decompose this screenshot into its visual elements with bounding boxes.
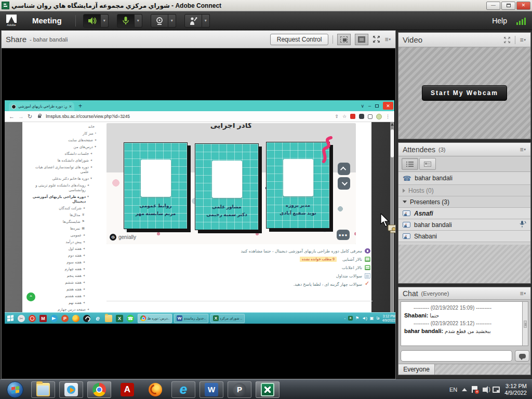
extension-box-icon[interactable] (368, 114, 373, 119)
taskbar-app-button[interactable] (31, 381, 55, 398)
presenter-row[interactable]: bahar bandali (398, 219, 530, 231)
help-menu[interactable]: Help (492, 17, 516, 25)
sidebar-link[interactable]: ▾ دوره طراحی بازیهای آموزشی دیجیتال (6, 193, 99, 205)
share-page-icon[interactable]: ⇧ (335, 114, 339, 119)
presenter-row[interactable]: Asnafi (398, 208, 530, 219)
start-webcam-button[interactable]: Start My Webcam (422, 85, 507, 101)
sidebar-link[interactable]: ◂ صفحه‌های سایت (6, 137, 99, 143)
shared-task-button[interactable]: ..درس: دوره طرا (138, 314, 172, 323)
address-bar[interactable]: lmsplus.sbu.ac.ir/course/view.php?id=324… (46, 114, 331, 119)
scrollbar-up-icon[interactable] (391, 123, 394, 126)
language-indicator[interactable]: EN (449, 387, 457, 393)
sidebar-link[interactable]: ◂ پیش درآمد (6, 238, 99, 245)
activity-row[interactable]: تالار آشنایی 9 مطلب خوانده نشده (107, 255, 373, 263)
genially-next-button[interactable] (338, 177, 350, 190)
shared-taskbar-app-icon[interactable] (94, 315, 101, 322)
shared-taskbar-app-icon[interactable] (50, 315, 58, 322)
sidebar-link[interactable]: ▦ نمره‌ها (6, 225, 99, 232)
chat-input[interactable] (401, 350, 512, 362)
tray-excel-icon[interactable] (348, 316, 353, 321)
browser-menu-icon[interactable]: ⋮ (385, 114, 390, 119)
shared-taskbar-app-icon[interactable] (61, 315, 69, 322)
webcam-button[interactable] (151, 14, 168, 28)
taskbar-app-button[interactable] (115, 381, 139, 398)
shared-taskbar-app-icon[interactable] (105, 315, 112, 322)
attendee-list-view-button[interactable] (402, 158, 418, 170)
sidebar-link[interactable]: ⚑ شایستگی‌ها (6, 218, 99, 225)
sidebar-link[interactable]: ◂ هفته نهم (6, 299, 99, 306)
activity-row[interactable]: تالار اعلانات (107, 263, 373, 272)
restore-button[interactable] (501, 2, 515, 10)
sidebar-link[interactable]: ◂ شرکت کنندگان (6, 205, 99, 211)
status-dropdown[interactable]: ▾ (202, 14, 210, 28)
share-view-toggle-1[interactable] (337, 34, 351, 45)
shared-task-button[interactable]: ..جدول زمانبندی (174, 314, 208, 323)
shared-taskbar-app-icon[interactable] (83, 315, 90, 322)
taskbar-app-button[interactable] (171, 381, 195, 398)
microphone-button[interactable] (117, 14, 135, 28)
activity-row[interactable]: سوالات چهار گزینه ای - لطفا پاسخ دهید. (107, 280, 373, 288)
taskbar-app-button[interactable] (256, 381, 280, 398)
scrollbar-thumb[interactable] (391, 129, 394, 157)
taskbar-app-button[interactable] (87, 381, 111, 398)
everyone-tab[interactable]: Everyone (398, 364, 435, 375)
tab-search-icon[interactable]: ∨ (361, 103, 364, 109)
request-control-button[interactable]: Request Control (270, 34, 329, 45)
sidebar-link[interactable]: ◂ عمومی (6, 232, 99, 238)
taskbar-app-button[interactable] (200, 381, 223, 398)
hidden-icons-arrow[interactable] (462, 388, 467, 391)
attendee-card-view-button[interactable] (419, 158, 436, 170)
sidebar-link[interactable]: ◂ شوراهای دانشکده ها (6, 157, 99, 164)
activity-row[interactable]: معرفی کامل دوره طراحی بازیهای آموزشی دیج… (107, 247, 373, 255)
taskbar-app-button[interactable] (3, 381, 27, 398)
minimize-button[interactable]: — (486, 2, 500, 10)
genially-more-button[interactable]: ●●● (337, 230, 350, 240)
shared-taskbar-app-icon[interactable] (39, 315, 47, 322)
network-icon[interactable] (493, 387, 500, 393)
taskbar-app-button[interactable] (228, 381, 251, 398)
sidebar-link[interactable]: ◂ هفته پنجم (6, 272, 99, 279)
forward-icon[interactable]: → (18, 113, 24, 119)
speaker-button[interactable] (83, 14, 101, 28)
shared-taskbar-app-icon[interactable] (7, 315, 14, 322)
sidebar-link[interactable]: ▾ درس‌های من (6, 143, 99, 150)
activity-link[interactable]: تالار آشنایی (342, 257, 362, 262)
shared-task-button[interactable]: .. شورای مرکزی (210, 314, 245, 323)
activity-link[interactable]: معرفی کامل دوره طراحی بازیهای آموزشی دیج… (241, 249, 362, 254)
sidebar-link[interactable]: ◂ هفته سوم (6, 259, 99, 265)
hidden-icons-dash[interactable]: - (344, 316, 345, 321)
presenters-group-header[interactable]: Presenters (3) (398, 196, 530, 208)
close-button[interactable]: ✕ (516, 2, 530, 10)
shared-taskbar-app-icon[interactable] (18, 315, 25, 322)
sidebar-link[interactable]: ◂ هفته چهارم (6, 265, 99, 272)
tray-language-indicator[interactable]: فا (376, 316, 379, 321)
action-center-flag-icon[interactable] (472, 386, 478, 393)
browser-restore-icon[interactable] (375, 104, 379, 108)
sidebar-link[interactable]: ◂ جلسات دانشگاه (6, 150, 99, 157)
sidebar-link[interactable]: ◂ هفته هفتم (6, 286, 99, 292)
shared-taskbar-app-icon[interactable] (29, 315, 36, 322)
genially-logo[interactable]: G genially (110, 234, 136, 241)
sidebar-link[interactable]: ▾ دوره ها-خانم دکتر بدغلی (6, 175, 99, 182)
send-message-button[interactable] (515, 350, 529, 362)
sidebar-link[interactable]: ◂ هفته هشتم (6, 292, 99, 299)
activity-row[interactable]: سوالات متداول (107, 272, 373, 280)
chat-scrollbar[interactable] (522, 301, 528, 346)
sidebar-link[interactable]: ◂ هفته ششم (6, 279, 99, 286)
shared-taskbar-app-icon[interactable] (116, 315, 123, 322)
video-pod-menu-icon[interactable]: ≡▾ (520, 36, 526, 44)
scroll-to-top-button[interactable]: ⌃ (25, 291, 36, 302)
meeting-menu[interactable]: Meeting (23, 16, 75, 25)
sidebar-link[interactable]: خانه (6, 123, 99, 130)
sidebar-link[interactable]: ▪ میز کار (6, 130, 99, 137)
sidebar-link[interactable]: ♛ مدال‌ها (6, 211, 99, 218)
new-tab-button[interactable]: + (78, 102, 82, 110)
tab-close-icon[interactable]: × (69, 104, 72, 109)
video-fullscreen-icon[interactable] (503, 36, 511, 44)
chat-scrollbar-grip[interactable] (524, 321, 527, 328)
connection-status-icon[interactable] (516, 17, 526, 25)
browser-tab[interactable]: درس: دوره طراحي بازيهاي آموزشي × (9, 102, 74, 111)
sidebar-link[interactable]: ◂ صفحه درس چهارم (6, 306, 99, 312)
tray-speaker-icon[interactable]: ◄) (362, 316, 367, 321)
hosts-group-header[interactable]: Hosts (0) (398, 185, 530, 196)
